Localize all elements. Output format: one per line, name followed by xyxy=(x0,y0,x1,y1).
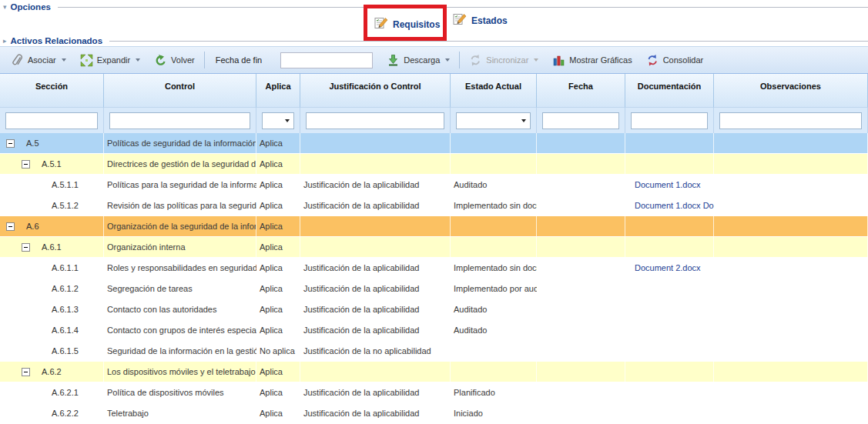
fecha-de-fin-label: Fecha de fin xyxy=(216,55,263,65)
table-row[interactable]: A.5.1.2 Revisión de las políticas para l… xyxy=(0,195,868,216)
grid-header-row: Sección Control Aplica Justificación o C… xyxy=(0,74,868,108)
table-row[interactable]: A.6.1 Organización interna Aplica xyxy=(0,237,868,258)
expand-toggle-icon[interactable]: ▸ xyxy=(3,37,7,45)
collapse-minus-icon[interactable] xyxy=(6,139,15,148)
table-row[interactable]: A.6 Organización de la seguridad de la i… xyxy=(0,216,868,237)
documentacion-cell xyxy=(625,362,714,382)
section-label: A.6.2.2 xyxy=(52,409,79,418)
fecha-cell xyxy=(537,133,625,153)
collapse-minus-icon[interactable] xyxy=(22,368,30,376)
filter-seccion-input[interactable] xyxy=(5,112,98,129)
observaciones-cell xyxy=(714,216,868,236)
table-row[interactable]: A.5 Políticas de seguridad de la informa… xyxy=(0,133,868,154)
filter-fecha-input[interactable] xyxy=(542,112,619,129)
estados-button-label: Estados xyxy=(471,16,508,26)
control-cell: Revisión de las políticas para la seguri… xyxy=(104,195,256,215)
collapse-toggle-icon[interactable]: ▾ xyxy=(3,3,7,11)
activos-panel-title: Activos Relacionados xyxy=(11,36,103,45)
estados-button[interactable]: Estados xyxy=(453,12,508,26)
control-cell: Directrices de gestión de la seguridad d… xyxy=(104,154,256,174)
consolidate-icon xyxy=(646,54,659,67)
collapse-minus-icon[interactable] xyxy=(6,222,15,231)
estado-cell xyxy=(451,341,537,361)
aplica-cell: Aplica xyxy=(256,133,300,153)
justificacion-cell: Justificación de la aplicabilidad xyxy=(300,320,451,340)
control-cell: Organización interna xyxy=(104,237,256,257)
table-row[interactable]: A.6.2 Los dispositivos móviles y el tele… xyxy=(0,362,868,382)
column-header-aplica[interactable]: Aplica xyxy=(256,74,300,108)
volver-button[interactable]: Volver xyxy=(151,52,198,69)
asociar-button[interactable]: Asociar xyxy=(8,52,69,69)
justificacion-cell: Justificación de la aplicabilidad xyxy=(300,195,451,215)
document-link[interactable]: Document 1.docx Doc xyxy=(632,201,714,210)
toolbar-separator xyxy=(204,52,205,68)
mostrar-graficas-button[interactable]: Mostrar Gráficas xyxy=(549,52,635,69)
opciones-panel-title: Opciones xyxy=(11,2,51,12)
collapse-minus-icon[interactable] xyxy=(22,243,30,252)
control-cell: Roles y responsabilidades en seguridad d… xyxy=(104,258,256,278)
filter-justificacion-input[interactable] xyxy=(306,112,444,129)
table-row[interactable]: A.6.1.5 Seguridad de la información en l… xyxy=(0,341,868,362)
column-header-justificacion[interactable]: Justificación o Control xyxy=(300,74,451,108)
section-cell: A.5.1.1 xyxy=(0,175,104,195)
column-header-seccion[interactable]: Sección xyxy=(0,74,104,108)
section-cell: A.5 xyxy=(0,133,104,153)
section-cell: A.6 xyxy=(0,216,104,236)
documentacion-cell: Document 1.docx xyxy=(625,175,714,195)
section-cell: A.6.1.2 xyxy=(0,279,104,299)
filter-documentacion-input[interactable] xyxy=(631,112,708,129)
estado-cell: Auditado xyxy=(451,175,537,195)
grid-filter-row xyxy=(0,108,868,133)
sync-icon xyxy=(469,54,482,67)
table-row[interactable]: A.5.1.1 Políticas para la seguridad de l… xyxy=(0,175,868,195)
aplica-cell: Aplica xyxy=(256,382,300,402)
section-label: A.6.1.2 xyxy=(52,284,79,293)
justificacion-cell: Justificación de la no aplicabilidad xyxy=(300,341,451,361)
descarga-button[interactable]: Descarga xyxy=(384,52,453,69)
table-row[interactable]: A.6.1.2 Segregación de tareas Aplica Jus… xyxy=(0,279,868,299)
estado-cell: Iniciado xyxy=(451,403,537,423)
document-link[interactable]: Document 1.docx xyxy=(632,180,701,189)
observaciones-cell xyxy=(714,299,868,319)
paperclip-icon xyxy=(11,54,24,67)
requisitos-button[interactable]: Requisitos xyxy=(374,16,440,30)
aplica-cell: Aplica xyxy=(256,362,300,382)
grid-body: A.5 Políticas de seguridad de la informa… xyxy=(0,133,868,424)
fecha-de-fin-input[interactable] xyxy=(280,52,373,68)
toolbar-separator xyxy=(459,52,460,68)
column-header-documentacion[interactable]: Documentación xyxy=(625,74,714,108)
controls-grid: Sección Control Aplica Justificación o C… xyxy=(0,74,868,424)
expandir-button[interactable]: Expandir xyxy=(77,52,143,69)
consolidar-button[interactable]: Consolidar xyxy=(643,52,707,69)
filter-aplica-select[interactable] xyxy=(262,112,294,129)
justificacion-cell xyxy=(300,154,451,174)
aplica-cell: Aplica xyxy=(256,216,300,236)
documentacion-cell xyxy=(625,216,714,236)
column-header-observaciones[interactable]: Observaciones xyxy=(714,74,868,108)
divider xyxy=(58,7,868,8)
collapse-minus-icon[interactable] xyxy=(22,160,30,169)
filter-observaciones-input[interactable] xyxy=(719,112,862,129)
documentacion-cell: Document 1.docx Doc xyxy=(625,195,714,215)
table-row[interactable]: A.6.2.1 Política de dispositivos móviles… xyxy=(0,382,868,403)
table-row[interactable]: A.6.2.2 Teletrabajo Aplica Justificación… xyxy=(0,403,868,424)
filter-estado-select[interactable] xyxy=(456,112,531,129)
table-row[interactable]: A.6.1.3 Contacto con las autoridades Apl… xyxy=(0,299,868,320)
divider xyxy=(109,41,868,42)
column-header-fecha[interactable]: Fecha xyxy=(537,74,625,108)
table-row[interactable]: A.6.1.4 Contacto con grupos de interés e… xyxy=(0,320,868,341)
estado-cell: Implementado sin docu xyxy=(451,258,537,278)
fecha-cell xyxy=(537,154,625,174)
column-header-control[interactable]: Control xyxy=(104,74,256,108)
section-label: A.6.2 xyxy=(42,367,62,376)
documentacion-cell xyxy=(625,320,714,340)
document-link[interactable]: Document 2.docx xyxy=(632,263,701,272)
estado-cell xyxy=(451,362,537,382)
table-row[interactable]: A.5.1 Directrices de gestión de la segur… xyxy=(0,154,868,175)
column-header-estado-actual[interactable]: Estado Actual xyxy=(451,74,537,108)
filter-control-input[interactable] xyxy=(109,112,250,129)
sincronizar-button: Sincronizar xyxy=(466,52,541,69)
fecha-cell xyxy=(537,216,625,236)
table-row[interactable]: A.6.1.1 Roles y responsabilidades en seg… xyxy=(0,258,868,279)
estado-cell: Planificado xyxy=(451,382,537,402)
